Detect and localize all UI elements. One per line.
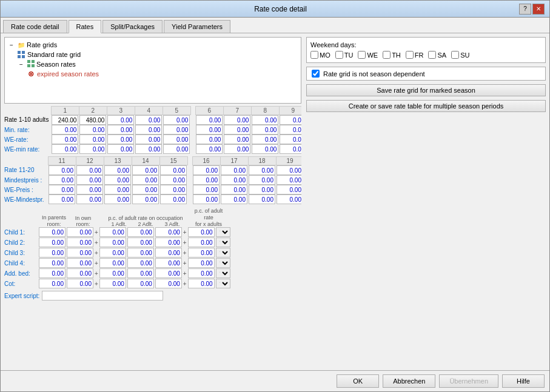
- child1-1adlt[interactable]: [99, 227, 126, 237]
- wep-col15[interactable]: [160, 185, 187, 194]
- min-rate-col6[interactable]: [196, 125, 223, 135]
- child3-3adlt[interactable]: [155, 248, 182, 257]
- help-footer-button[interactable]: Hilfe: [502, 374, 545, 388]
- child2-dropdown[interactable]: ▼: [216, 238, 230, 247]
- tree-season-rates[interactable]: − Season rates: [7, 59, 298, 69]
- child4-3adlt[interactable]: [155, 258, 182, 268]
- rate-1-adults-col6[interactable]: [196, 115, 223, 125]
- mind-col12[interactable]: [76, 175, 103, 185]
- rate-1-adults-col7[interactable]: [224, 115, 250, 125]
- tab-yield-parameters[interactable]: Yield Parameters: [164, 20, 230, 33]
- child3-dropdown[interactable]: ▼: [216, 248, 230, 257]
- cot-own[interactable]: [67, 279, 93, 288]
- child1-xadlt[interactable]: [188, 227, 215, 237]
- rate-1-adults-col5[interactable]: [163, 115, 190, 125]
- help-button[interactable]: ?: [519, 4, 531, 15]
- child3-own[interactable]: [67, 248, 93, 257]
- min-rate-col3[interactable]: [107, 125, 134, 135]
- child2-xadlt[interactable]: [188, 238, 215, 247]
- r11-col17[interactable]: [221, 165, 247, 175]
- addbed-dropdown[interactable]: ▼: [216, 268, 230, 278]
- addbed-2adlt[interactable]: [127, 268, 154, 278]
- min-rate-col5[interactable]: [163, 125, 190, 135]
- expert-script-input[interactable]: [42, 291, 163, 301]
- mind-col19[interactable]: [277, 175, 301, 185]
- season-dependent-checkbox[interactable]: [312, 70, 320, 78]
- fr-checkbox[interactable]: [406, 51, 414, 59]
- su-checkbox[interactable]: [451, 51, 459, 59]
- r11-col19[interactable]: [277, 165, 301, 175]
- rate-1-adults-col2[interactable]: [79, 115, 106, 125]
- wep-col13[interactable]: [104, 185, 131, 194]
- we-min-col4[interactable]: [135, 144, 162, 154]
- we-rate-col1[interactable]: [52, 135, 78, 144]
- min-rate-col2[interactable]: [79, 125, 106, 135]
- we-min-col9[interactable]: [280, 144, 301, 154]
- child4-2adlt[interactable]: [127, 258, 154, 268]
- tree-standard-rate-grid[interactable]: Standard rate grid: [7, 50, 298, 59]
- wem-col16[interactable]: [193, 194, 220, 204]
- tree-root[interactable]: − 📁 Rate grids: [7, 40, 298, 50]
- we-checkbox[interactable]: [358, 51, 366, 59]
- we-min-col5[interactable]: [163, 144, 190, 154]
- cancel-button[interactable]: Abbrechen: [383, 374, 435, 388]
- cot-parents[interactable]: [39, 279, 65, 288]
- rate-1-adults-col8[interactable]: [252, 115, 278, 125]
- wem-col18[interactable]: [249, 194, 275, 204]
- child1-2adlt[interactable]: [127, 227, 154, 237]
- wem-col13[interactable]: [104, 194, 131, 204]
- wep-col19[interactable]: [277, 185, 301, 194]
- wep-col16[interactable]: [193, 185, 220, 194]
- mo-checkbox[interactable]: [310, 51, 318, 59]
- we-rate-col6[interactable]: [196, 135, 223, 144]
- wem-col14[interactable]: [132, 194, 159, 204]
- addbed-parents[interactable]: [39, 268, 65, 278]
- addbed-xadlt[interactable]: [188, 268, 215, 278]
- child2-parents[interactable]: [39, 238, 65, 247]
- mind-col16[interactable]: [193, 175, 220, 185]
- tab-rate-code-detail[interactable]: Rate code detail: [3, 20, 67, 33]
- mind-col14[interactable]: [132, 175, 159, 185]
- min-rate-col7[interactable]: [224, 125, 250, 135]
- we-rate-col2[interactable]: [79, 135, 106, 144]
- child4-xadlt[interactable]: [188, 258, 215, 268]
- tu-checkbox[interactable]: [335, 51, 343, 59]
- cot-dropdown[interactable]: ▼: [216, 279, 230, 288]
- child4-parents[interactable]: [39, 258, 65, 268]
- mind-col11[interactable]: [49, 175, 75, 185]
- we-rate-col9[interactable]: [280, 135, 301, 144]
- child1-dropdown[interactable]: ▼: [216, 227, 230, 237]
- rate-1-adults-col3[interactable]: [107, 115, 134, 125]
- child4-dropdown[interactable]: ▼: [216, 258, 230, 268]
- tree-expired-season[interactable]: ⊗ expired season rates: [7, 69, 298, 79]
- wep-col14[interactable]: [132, 185, 159, 194]
- wep-col17[interactable]: [221, 185, 247, 194]
- mind-col15[interactable]: [160, 175, 187, 185]
- we-min-col6[interactable]: [196, 144, 223, 154]
- child1-3adlt[interactable]: [155, 227, 182, 237]
- rate-1-adults-col9[interactable]: [280, 115, 301, 125]
- we-min-col8[interactable]: [252, 144, 278, 154]
- r11-col13[interactable]: [104, 165, 131, 175]
- child3-xadlt[interactable]: [188, 248, 215, 257]
- child3-parents[interactable]: [39, 248, 65, 257]
- we-min-col2[interactable]: [79, 144, 106, 154]
- close-button[interactable]: ✕: [532, 4, 545, 15]
- th-checkbox[interactable]: [383, 51, 391, 59]
- addbed-3adlt[interactable]: [155, 268, 182, 278]
- save-season-button[interactable]: Save rate grid for marked season: [306, 84, 546, 96]
- child1-own[interactable]: [67, 227, 93, 237]
- mind-col13[interactable]: [104, 175, 131, 185]
- cot-1adlt[interactable]: [99, 279, 126, 288]
- min-rate-col4[interactable]: [135, 125, 162, 135]
- tab-rates[interactable]: Rates: [69, 20, 102, 33]
- create-table-button[interactable]: Create or save rate table for multiple s…: [306, 100, 546, 112]
- we-rate-col5[interactable]: [163, 135, 190, 144]
- wem-col15[interactable]: [160, 194, 187, 204]
- we-min-col1[interactable]: [52, 144, 78, 154]
- we-min-col7[interactable]: [224, 144, 250, 154]
- wem-col19[interactable]: [277, 194, 301, 204]
- mind-col18[interactable]: [249, 175, 275, 185]
- child2-2adlt[interactable]: [127, 238, 154, 247]
- we-rate-col4[interactable]: [135, 135, 162, 144]
